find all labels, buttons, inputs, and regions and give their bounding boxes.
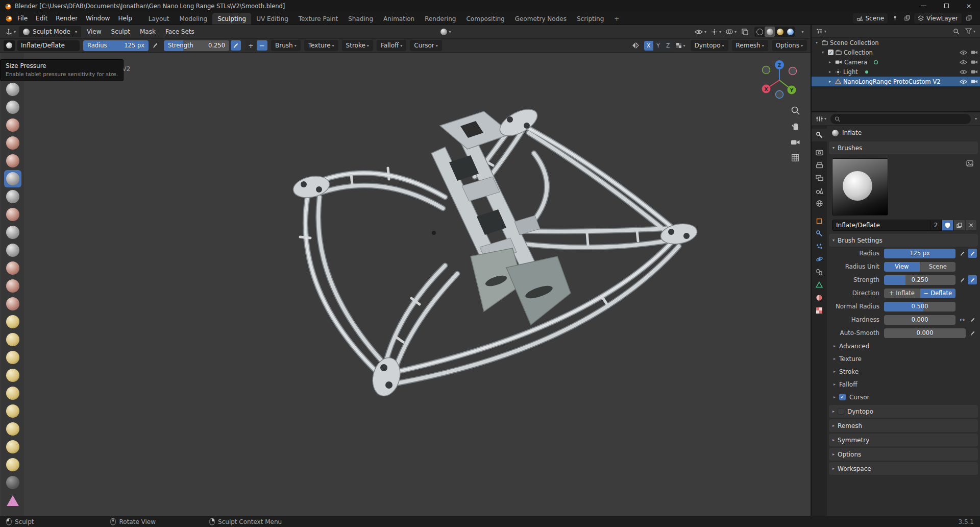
tool-draw-sharp[interactable] bbox=[4, 99, 21, 116]
properties-search-field[interactable] bbox=[830, 114, 971, 124]
normal-radius-slider[interactable]: 0.500 bbox=[884, 302, 955, 312]
remesh-popover[interactable]: Remesh▾ bbox=[732, 40, 768, 51]
properties-tab-view-layer[interactable] bbox=[812, 172, 827, 184]
axis-minus-x-handle[interactable] bbox=[789, 67, 797, 75]
mode-selector[interactable]: Sculpt Mode ▾ bbox=[19, 26, 81, 37]
view-layer-selector[interactable]: ViewLayer bbox=[914, 13, 962, 23]
brush-settings-panel-header[interactable]: ▾ Brush Settings bbox=[829, 234, 978, 247]
options-panel-header[interactable]: ▸Options bbox=[829, 448, 978, 461]
overlays-dropdown[interactable]: ▾ bbox=[724, 27, 738, 37]
shading-material-button[interactable] bbox=[775, 27, 785, 37]
workspace-tab-sculpting[interactable]: Sculpting bbox=[212, 13, 251, 25]
shading-rendered-button[interactable] bbox=[785, 27, 795, 37]
properties-tab-world[interactable] bbox=[812, 197, 827, 210]
workspace-tab-modeling[interactable]: Modeling bbox=[175, 13, 213, 25]
shading-dropdown[interactable]: ▾ bbox=[797, 27, 807, 37]
workspace-tab-rendering[interactable]: Rendering bbox=[420, 13, 461, 25]
tool-thumb[interactable] bbox=[4, 367, 21, 384]
tool-nudge[interactable] bbox=[4, 402, 21, 420]
tool-slide-relax[interactable] bbox=[4, 438, 21, 456]
disclosure-icon[interactable]: ▾ bbox=[820, 50, 826, 55]
brush-name-field[interactable]: Inflate/Deflate bbox=[832, 220, 930, 231]
tool-snake-hook[interactable] bbox=[4, 349, 21, 366]
menu-render[interactable]: Render bbox=[52, 12, 82, 25]
strength-slider[interactable]: Strength 0.250 bbox=[164, 40, 229, 51]
properties-tab-scene[interactable] bbox=[812, 184, 827, 197]
radius-pressure-toggle[interactable] bbox=[968, 249, 977, 258]
subpanel-falloff[interactable]: ▸Falloff bbox=[827, 378, 980, 391]
disclosure-icon[interactable]: ▸ bbox=[827, 69, 833, 74]
menu-window[interactable]: Window bbox=[82, 12, 114, 25]
pin-scene-button[interactable] bbox=[890, 13, 900, 23]
dyntopo-panel-header[interactable]: ▸ ✓ Dyntopo bbox=[829, 405, 978, 418]
hardness-slider[interactable]: 0.000 bbox=[884, 315, 955, 325]
workspace-tab-compositing[interactable]: Compositing bbox=[461, 13, 509, 25]
hardness-pressure-button[interactable] bbox=[968, 315, 977, 324]
tool-grab[interactable] bbox=[4, 313, 21, 330]
tool-elastic-deform[interactable] bbox=[4, 331, 21, 348]
add-workspace-button[interactable]: + bbox=[609, 13, 624, 25]
shading-wireframe-button[interactable] bbox=[754, 27, 765, 37]
menu-file[interactable]: File bbox=[13, 12, 32, 25]
tool-flatten[interactable] bbox=[4, 242, 21, 259]
minimize-button[interactable] bbox=[913, 0, 935, 12]
subpanel-cursor[interactable]: ▸✓Cursor bbox=[827, 391, 980, 403]
properties-tab-output[interactable] bbox=[812, 159, 827, 172]
tool-crease[interactable] bbox=[4, 206, 21, 223]
auto-smooth-pressure-button[interactable] bbox=[968, 328, 977, 338]
properties-tab-material[interactable] bbox=[812, 291, 827, 304]
viewport-canvas[interactable]: m V2 Size Pressure Enable tablet pressur… bbox=[0, 53, 811, 516]
subpanel-texture[interactable]: ▸Texture bbox=[827, 352, 980, 365]
shading-solid-button[interactable] bbox=[765, 27, 775, 37]
menu-sculpt[interactable]: Sculpt bbox=[107, 25, 134, 38]
disclosure-icon[interactable]: ▸ bbox=[827, 79, 833, 84]
strength-slider[interactable]: 0.250 bbox=[884, 275, 955, 285]
disclosure-icon[interactable]: ▾ bbox=[814, 40, 820, 45]
tool-blob[interactable] bbox=[4, 188, 21, 205]
tool-clay-strips[interactable] bbox=[4, 134, 21, 152]
texture-popover[interactable]: Texture▾ bbox=[304, 40, 338, 51]
unlink-brush-button[interactable]: × bbox=[965, 220, 977, 231]
radius-animate-button[interactable] bbox=[958, 249, 967, 258]
properties-tab-modifiers[interactable] bbox=[812, 227, 827, 240]
axis-minus-z-handle[interactable] bbox=[776, 91, 783, 99]
properties-tab-object[interactable] bbox=[812, 214, 827, 227]
navigation-gizmo[interactable]: Z X Y bbox=[757, 58, 801, 102]
zoom-button[interactable] bbox=[790, 105, 800, 115]
stroke-popover[interactable]: Stroke▾ bbox=[342, 40, 373, 51]
axis-minus-y-handle[interactable] bbox=[763, 66, 770, 74]
radius-pressure-button[interactable] bbox=[150, 40, 160, 51]
workspace-tab-animation[interactable]: Animation bbox=[378, 13, 420, 25]
radius-slider[interactable]: 125 px bbox=[884, 249, 955, 258]
options-popover[interactable]: Options▾ bbox=[772, 40, 807, 51]
workspace-tab-geometry-nodes[interactable]: Geometry Nodes bbox=[510, 13, 572, 25]
symmetry-icon-button[interactable] bbox=[630, 40, 641, 51]
remesh-panel-header[interactable]: ▸Remesh bbox=[829, 419, 978, 432]
cursor-checkbox[interactable]: ✓ bbox=[839, 394, 846, 400]
workspace-tab-texture-paint[interactable]: Texture Paint bbox=[293, 13, 343, 25]
properties-search-input[interactable] bbox=[843, 116, 967, 122]
menu-mask[interactable]: Mask bbox=[136, 25, 160, 38]
direction-deflate-button[interactable]: −Deflate bbox=[920, 289, 956, 298]
hardness-invert-button[interactable]: ↔ bbox=[958, 315, 967, 324]
properties-tab-tool[interactable] bbox=[812, 129, 827, 141]
render-visibility-toggle[interactable] bbox=[971, 69, 978, 75]
menu-edit[interactable]: Edit bbox=[32, 12, 52, 25]
scene-selector[interactable]: Scene bbox=[853, 13, 888, 23]
camera-view-button[interactable] bbox=[790, 137, 800, 147]
properties-tab-physics[interactable] bbox=[812, 253, 827, 266]
outliner-row-nanolongrange[interactable]: ▸ NanoLongRange ProtoCustom V2 bbox=[812, 77, 980, 86]
tool-rotate[interactable] bbox=[4, 420, 21, 438]
radius-slider[interactable]: Radius 125 px bbox=[83, 40, 149, 51]
tool-draw-face-sets[interactable] bbox=[4, 492, 21, 509]
strength-pressure-button[interactable] bbox=[231, 40, 241, 51]
brush-users-count[interactable]: 2 bbox=[930, 220, 942, 231]
brush-popover[interactable]: Brush▾ bbox=[271, 40, 301, 51]
tool-clay[interactable] bbox=[4, 116, 21, 134]
strength-animate-button[interactable] bbox=[958, 275, 967, 284]
tool-pinch[interactable] bbox=[4, 295, 21, 313]
properties-tab-particles[interactable] bbox=[812, 240, 827, 253]
workspace-tab-layout[interactable]: Layout bbox=[143, 13, 175, 25]
outliner-filter-button[interactable]: ▾ bbox=[964, 26, 977, 36]
strength-pressure-toggle[interactable] bbox=[968, 275, 977, 284]
